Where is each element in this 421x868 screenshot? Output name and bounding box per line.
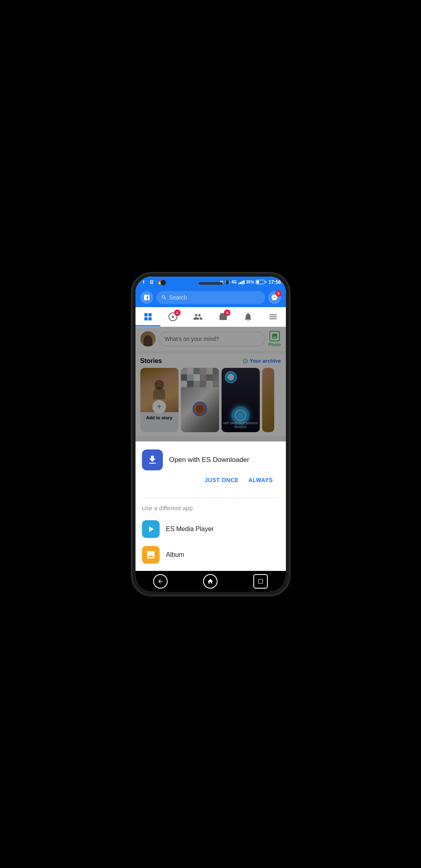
signal-bar-2 xyxy=(240,282,241,284)
image-icon: 🖼 xyxy=(148,279,155,285)
search-placeholder: Search xyxy=(169,294,187,301)
bottom-navigation xyxy=(136,571,286,592)
search-bar[interactable]: Search xyxy=(156,291,265,304)
es-media-player-icon xyxy=(142,520,160,538)
marketplace-badge: 9 xyxy=(224,310,230,316)
status-right-icons: N 📳 4G 35% 17:56 xyxy=(220,279,281,285)
phone-frame: ⬆ 🖼 🔥 N 📳 4G 35% xyxy=(132,273,289,595)
svg-rect-5 xyxy=(259,579,263,583)
es-downloader-icon xyxy=(142,449,163,470)
svg-rect-0 xyxy=(144,313,148,316)
es-media-player-item[interactable]: ES Media Player xyxy=(142,516,279,542)
vibrate-icon: 📳 xyxy=(225,280,230,284)
open-with-section: Open with ES Downloader JUST ONCE ALWAYS xyxy=(136,441,286,498)
status-left-icons: ⬆ 🖼 🔥 xyxy=(140,279,163,285)
facebook-header: Search 3 xyxy=(136,288,286,307)
svg-rect-2 xyxy=(144,317,148,320)
album-label: Album xyxy=(166,551,184,558)
es-media-player-label: ES Media Player xyxy=(166,525,214,533)
action-buttons: JUST ONCE ALWAYS xyxy=(142,470,279,493)
network-type: 4G xyxy=(231,280,236,284)
open-with-label: Open with ES Downloader xyxy=(169,456,249,464)
battery-tip xyxy=(265,281,266,283)
tab-menu[interactable] xyxy=(261,307,285,326)
just-once-button[interactable]: JUST ONCE xyxy=(205,475,239,485)
messenger-badge: 3 xyxy=(275,290,282,297)
battery-percent: 35% xyxy=(246,280,254,284)
tab-marketplace[interactable]: 9 xyxy=(210,307,235,326)
recents-button[interactable] xyxy=(253,574,268,589)
battery-body xyxy=(256,280,265,284)
earpiece-speaker xyxy=(199,282,223,285)
signal-bars xyxy=(238,280,244,284)
main-content: What's on your mind? Photo Stories xyxy=(136,327,286,571)
watch-badge: 3 xyxy=(174,310,181,316)
clock: 17:56 xyxy=(269,279,281,285)
open-with-item: Open with ES Downloader xyxy=(142,449,279,470)
battery-icon xyxy=(256,280,266,284)
bottom-sheet: Open with ES Downloader JUST ONCE ALWAYS… xyxy=(136,441,286,571)
signal-bar-3 xyxy=(242,281,243,284)
different-app-section: Use a different app ES Media Player xyxy=(136,498,286,571)
back-button[interactable] xyxy=(153,574,168,589)
tab-friends[interactable] xyxy=(185,307,210,326)
always-button[interactable]: ALWAYS xyxy=(248,475,273,485)
tab-watch[interactable]: 3 xyxy=(160,307,185,326)
nav-tabs: 3 9 xyxy=(136,307,286,327)
facebook-logo xyxy=(140,291,153,304)
signal-bar-1 xyxy=(238,283,240,284)
tab-home[interactable] xyxy=(136,307,160,326)
home-button[interactable] xyxy=(203,574,218,589)
album-icon xyxy=(142,546,160,564)
svg-rect-1 xyxy=(148,313,152,316)
phone-screen: ⬆ 🖼 🔥 N 📳 4G 35% xyxy=(136,277,286,592)
messenger-button[interactable]: 3 xyxy=(268,291,281,304)
signal-bar-4 xyxy=(243,280,244,284)
battery-fill xyxy=(257,281,259,283)
album-item[interactable]: Album xyxy=(142,542,279,568)
tab-notifications[interactable] xyxy=(236,307,261,326)
front-camera xyxy=(160,280,166,285)
upload-icon: ⬆ xyxy=(140,279,147,285)
svg-rect-3 xyxy=(148,317,152,320)
different-app-label: Use a different app xyxy=(142,505,279,511)
